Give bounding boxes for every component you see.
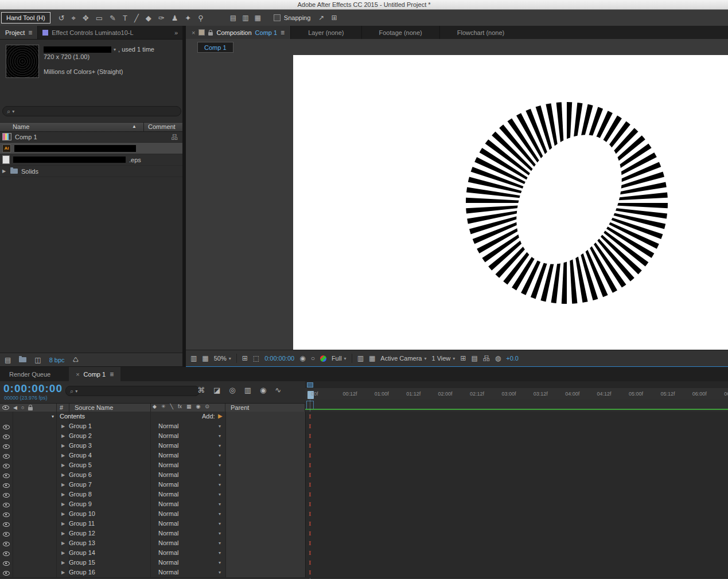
reset-exposure-icon[interactable]: ◍ xyxy=(495,355,501,362)
group-name[interactable]: Group 5 xyxy=(69,461,92,468)
new-composition-icon[interactable]: ◫ xyxy=(34,357,41,363)
timeline-lane[interactable]: I xyxy=(305,460,728,470)
group-row[interactable]: ▶ Group 8 Normal ▾ I xyxy=(0,490,728,500)
comp-mini-flowchart-icon[interactable]: 品 xyxy=(172,133,178,142)
parent-cell[interactable] xyxy=(225,480,306,490)
solo-icon[interactable]: ○ xyxy=(21,405,24,410)
parent-cell[interactable] xyxy=(225,538,306,548)
chevron-down-icon[interactable]: ▾ xyxy=(219,482,221,487)
time-ruler[interactable]: 00f00:12f01:00f01:12f02:00f02:12f03:00f0… xyxy=(305,388,728,400)
visibility-eye-icon[interactable] xyxy=(3,474,10,478)
snapping-toggle[interactable]: Snapping xyxy=(274,14,311,21)
expand-icon[interactable]: ▶ xyxy=(61,521,65,526)
visibility-eye-icon[interactable] xyxy=(3,483,10,488)
column-name-header[interactable]: Name xyxy=(13,123,29,130)
time-navigator-start-handle[interactable] xyxy=(307,382,313,388)
group-name[interactable]: Group 1 xyxy=(69,422,92,429)
timeline-lane[interactable]: I xyxy=(305,451,728,460)
group-name[interactable]: Group 11 xyxy=(69,520,95,527)
add-property-icon[interactable]: ▶ xyxy=(218,413,223,419)
group-row[interactable]: ▶ Group 15 Normal ▾ I xyxy=(0,558,728,568)
snapshot-icon[interactable]: ◉ xyxy=(299,355,305,362)
project-item-solids[interactable]: ▶ Solids xyxy=(0,166,182,177)
layer-duration-mark[interactable]: I xyxy=(309,500,311,507)
chevron-down-icon[interactable]: ▾ xyxy=(219,502,221,507)
work-area-strip[interactable] xyxy=(305,400,728,410)
exposure-value[interactable]: +0.0 xyxy=(506,355,519,362)
effects-switch-icon[interactable]: ✳ xyxy=(161,404,166,409)
group-name[interactable]: Group 6 xyxy=(69,471,92,478)
timeline-lane[interactable]: I xyxy=(305,529,728,538)
group-name[interactable]: Group 9 xyxy=(69,500,92,507)
chevron-down-icon[interactable]: ▾ xyxy=(219,472,221,478)
chevron-down-icon[interactable]: ▾ xyxy=(219,531,221,536)
parent-cell[interactable] xyxy=(225,568,306,577)
group-row[interactable]: ▶ Group 16 Normal ▾ I xyxy=(0,568,728,578)
blend-mode-dropdown[interactable]: Normal xyxy=(158,500,178,507)
column-divider[interactable] xyxy=(143,123,144,131)
parent-cell[interactable] xyxy=(225,499,306,509)
layer-duration-mark[interactable]: I xyxy=(309,432,311,439)
tab-project[interactable]: Project ≡ xyxy=(0,26,37,39)
group-name[interactable]: Group 16 xyxy=(69,569,95,576)
expand-icon[interactable]: ▶ xyxy=(61,560,65,565)
group-name[interactable]: Group 15 xyxy=(69,559,95,566)
blend-mode-dropdown[interactable]: Normal xyxy=(158,442,178,449)
chevron-down-icon[interactable]: ▾ xyxy=(219,424,221,429)
always-preview-icon[interactable]: ▥ xyxy=(190,355,197,362)
timeline-lane[interactable]: I xyxy=(305,431,728,441)
timeline-lane[interactable]: I xyxy=(305,490,728,499)
tab-render-queue[interactable]: Render Queue xyxy=(1,367,59,381)
tab-overflow-icon[interactable]: » xyxy=(174,29,178,36)
collapse-icon[interactable]: ▾ xyxy=(52,414,54,419)
blend-mode-dropdown[interactable]: Normal xyxy=(158,432,178,439)
group-name[interactable]: Group 12 xyxy=(69,530,95,537)
blend-mode-dropdown[interactable]: Normal xyxy=(158,549,178,556)
visibility-eye-icon[interactable] xyxy=(3,561,10,566)
fast-previews-icon[interactable]: ▥ xyxy=(357,355,364,362)
unified-camera-tool-icon[interactable]: ⌖ xyxy=(72,14,76,22)
timeline-lane[interactable]: I xyxy=(305,421,728,431)
chevron-down-icon[interactable]: ▾ xyxy=(219,463,221,468)
visibility-eye-icon[interactable] xyxy=(3,551,10,556)
group-row[interactable]: ▶ Group 9 Normal ▾ I xyxy=(0,499,728,510)
visibility-eye-icon[interactable] xyxy=(3,444,10,449)
project-bit-depth[interactable]: 8 bpc xyxy=(49,357,65,363)
motion-blur-icon[interactable]: ◉ xyxy=(260,386,266,394)
comp-flowchart-icon[interactable]: 品 xyxy=(483,355,490,362)
align-panel-icon[interactable]: ▤ xyxy=(230,14,236,21)
visibility-eye-icon[interactable] xyxy=(3,464,10,468)
expand-icon[interactable]: ▶ xyxy=(61,472,65,478)
layer-duration-mark[interactable]: I xyxy=(309,520,311,527)
viewer-current-time[interactable]: 0:00:00:00 xyxy=(264,355,294,362)
timeline-lane[interactable]: I xyxy=(305,441,728,451)
tab-effect-controls[interactable]: Effect Controls Luminato10-L » xyxy=(37,26,182,39)
group-row[interactable]: ▶ Group 2 Normal ▾ I xyxy=(0,431,728,441)
zoom-quality-icon[interactable]: ↗ xyxy=(318,14,324,21)
parent-cell[interactable] xyxy=(225,451,306,460)
project-item-comp[interactable]: Comp 1 品 xyxy=(0,131,182,143)
clone-stamp-tool-icon[interactable]: ♟ xyxy=(172,14,178,22)
visibility-eye-icon[interactable] xyxy=(3,503,10,507)
composition-stage[interactable] xyxy=(293,55,728,350)
timeline-lane[interactable]: I xyxy=(305,499,728,509)
audio-icon[interactable]: ◀ xyxy=(13,405,17,410)
roto-brush-tool-icon[interactable]: ✦ xyxy=(185,14,191,22)
visibility-eye-icon[interactable] xyxy=(3,532,10,537)
tab-timeline-comp[interactable]: × Comp 1 ≡ xyxy=(69,367,120,381)
region-of-interest-icon[interactable]: ⬚ xyxy=(253,355,259,362)
comp-viewer-tab[interactable]: Comp 1 xyxy=(197,42,233,53)
interpret-footage-icon[interactable]: ▤ xyxy=(5,357,11,363)
timeline-lane[interactable]: I xyxy=(305,470,728,480)
parent-cell[interactable] xyxy=(225,470,306,480)
type-tool-icon[interactable]: T xyxy=(123,14,127,22)
layer-duration-mark[interactable]: I xyxy=(309,442,311,449)
chevron-down-icon[interactable]: ▾ xyxy=(219,521,221,526)
layer-duration-mark[interactable]: I xyxy=(309,559,311,566)
timeline-lane[interactable]: I xyxy=(305,480,728,490)
project-search-input[interactable]: ⌕ ▾ xyxy=(2,106,181,116)
group-name[interactable]: Group 10 xyxy=(69,510,95,517)
blend-mode-dropdown[interactable]: Normal xyxy=(158,520,178,527)
hide-shy-layers-icon[interactable]: ◎ xyxy=(229,386,235,394)
group-row[interactable]: ▶ Group 7 Normal ▾ I xyxy=(0,480,728,490)
